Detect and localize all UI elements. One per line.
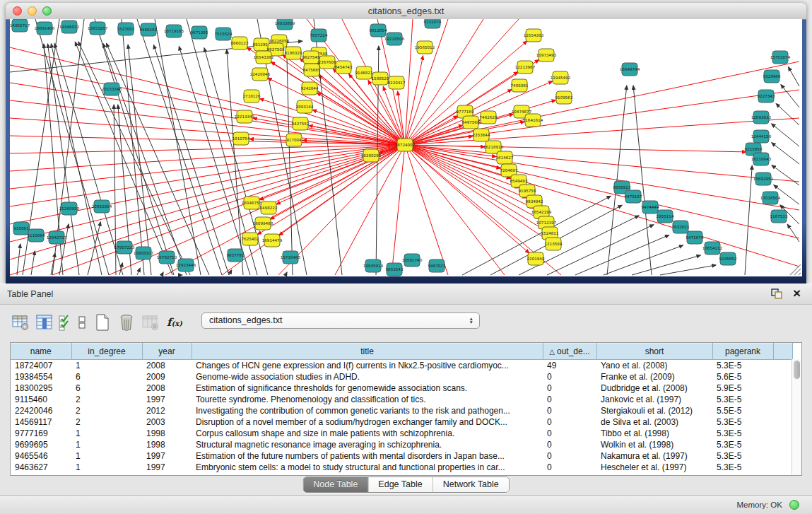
- network-node[interactable]: 2201948: [527, 252, 545, 265]
- table-row[interactable]: 969969511998Structural magnetic resonanc…: [11, 439, 792, 450]
- network-node[interactable]: 1167533: [770, 210, 788, 223]
- network-node[interactable]: 10973493: [536, 49, 557, 62]
- network-node[interactable]: 21260950: [59, 202, 80, 215]
- network-node[interactable]: 7625402: [242, 233, 259, 245]
- network-node[interactable]: 8427552: [292, 117, 310, 130]
- network-node[interactable]: 6479197: [625, 190, 642, 203]
- network-node[interactable]: 917004: [286, 134, 302, 146]
- network-node[interactable]: 12444158: [751, 130, 772, 143]
- network-node[interactable]: 10653287: [88, 22, 108, 35]
- network-node[interactable]: 10958107: [134, 247, 154, 259]
- network-node[interactable]: 19346022: [59, 21, 79, 33]
- network-node[interactable]: 16914479: [262, 234, 283, 247]
- select-columns-icon[interactable]: [57, 311, 73, 334]
- network-node[interactable]: 1614627: [496, 151, 514, 164]
- table-selector-dropdown[interactable]: citations_edges.txt ▲▼: [201, 313, 480, 329]
- network-node[interactable]: 16782753: [157, 251, 177, 264]
- network-node[interactable]: 9227343: [758, 90, 775, 103]
- column-header-pagerank[interactable]: pagerank: [712, 344, 773, 360]
- network-node[interactable]: 1527002: [117, 23, 135, 35]
- network-node[interactable]: 5498222: [260, 201, 278, 214]
- network-node[interactable]: 20153346: [102, 83, 122, 95]
- network-node[interactable]: 9857791: [227, 249, 245, 262]
- network-node[interactable]: 7857224: [310, 29, 328, 42]
- column-selector-icon[interactable]: [33, 311, 57, 334]
- table-row[interactable]: 946362711997Embryonic stem cells: a mode…: [11, 462, 792, 473]
- delete-icon[interactable]: [114, 311, 139, 334]
- network-node[interactable]: 11945492: [551, 71, 570, 84]
- network-node[interactable]: 9853543: [386, 263, 404, 276]
- network-node[interactable]: 2353644: [473, 129, 490, 141]
- network-node[interactable]: 12554393: [524, 29, 544, 42]
- network-node[interactable]: 16210643: [751, 153, 772, 165]
- network-node[interactable]: 16033809: [275, 19, 295, 30]
- network-node[interactable]: 15751074: [770, 51, 791, 64]
- network-node[interactable]: 8813054: [370, 24, 387, 37]
- network-node[interactable]: 17016504: [760, 192, 781, 204]
- network-node[interactable]: 9245652: [719, 252, 737, 265]
- network-node[interactable]: 2803144: [296, 100, 314, 113]
- network-node[interactable]: 18300295: [361, 149, 382, 162]
- table-row[interactable]: 911546021997Tourette syndrome. Phenomeno…: [11, 394, 792, 405]
- network-node[interactable]: 7515524: [215, 28, 233, 40]
- column-header-title[interactable]: title: [192, 344, 543, 360]
- network-node[interactable]: 12093832: [751, 111, 771, 124]
- network-node[interactable]: 14055717: [10, 19, 30, 32]
- tab-node-table[interactable]: Node Table: [303, 477, 368, 492]
- network-node[interactable]: 20955954: [92, 200, 112, 213]
- network-node[interactable]: 12213343: [235, 110, 255, 123]
- network-node[interactable]: 19218506: [384, 33, 405, 45]
- column-header-name[interactable]: name: [11, 344, 71, 360]
- network-node[interactable]: 8475685: [303, 64, 321, 76]
- resize-grip[interactable]: [790, 264, 801, 275]
- network-node[interactable]: 7485081: [511, 79, 529, 92]
- network-node[interactable]: 8860123: [231, 37, 249, 49]
- network-node[interactable]: 8186328: [285, 47, 302, 59]
- network-node[interactable]: 1115684: [28, 229, 45, 242]
- network-node[interactable]: 22420046: [250, 68, 271, 81]
- table-row[interactable]: 977716911998Corpus callosum shape and si…: [11, 428, 792, 439]
- table-settings-icon[interactable]: [8, 311, 33, 334]
- network-node[interactable]: 1588520: [372, 72, 389, 85]
- tab-network-table[interactable]: Network Table: [433, 477, 509, 492]
- network-node[interactable]: 11641614: [523, 114, 543, 127]
- node-table[interactable]: namein_degreeyeartitle△out_de...shortpag…: [10, 342, 802, 476]
- network-node[interactable]: 2955114: [657, 210, 674, 223]
- network-node[interactable]: 8220317: [388, 76, 406, 89]
- network-node[interactable]: 8471676: [686, 231, 704, 244]
- table-row[interactable]: 946554611997Estimation of the future num…: [11, 450, 792, 462]
- network-node[interactable]: 2367608: [319, 56, 336, 69]
- network-node[interactable]: 1810754: [233, 132, 250, 145]
- network-canvas[interactable]: 8860123891295418226058982750881863281654…: [10, 19, 802, 276]
- network-node[interactable]: 9146821: [355, 66, 373, 79]
- network-node[interactable]: 15716485: [281, 251, 301, 264]
- float-panel-icon[interactable]: [771, 288, 782, 299]
- hub-network-node[interactable]: 18724007: [395, 139, 416, 151]
- network-node[interactable]: 9242844: [301, 82, 319, 95]
- network-node[interactable]: 7632621: [672, 221, 690, 233]
- table-row[interactable]: 1872400712008Changes of HCN gene express…: [11, 360, 792, 371]
- network-node[interactable]: 19565012: [415, 41, 435, 54]
- network-node[interactable]: 16046755: [242, 197, 262, 209]
- network-node[interactable]: 8131074: [424, 19, 442, 28]
- network-node[interactable]: 9827548: [302, 51, 320, 64]
- network-node[interactable]: 9329966: [763, 70, 781, 83]
- network-node[interactable]: 7462620: [480, 111, 498, 124]
- table-row[interactable]: 1938455462009Genome-wide association stu…: [11, 371, 792, 382]
- column-header-short[interactable]: short: [596, 344, 712, 360]
- network-node[interactable]: 8454743: [335, 61, 353, 74]
- function-builder-icon[interactable]: f(x): [163, 311, 187, 334]
- network-node[interactable]: 1213584: [545, 238, 563, 250]
- network-node[interactable]: 16648784: [620, 63, 640, 76]
- network-node[interactable]: 9671385: [191, 26, 208, 39]
- column-header-year[interactable]: year: [142, 344, 192, 360]
- table-row[interactable]: 1456911722003Disruption of a novel membe…: [11, 416, 792, 428]
- network-node[interactable]: 17957223: [114, 241, 135, 254]
- tab-edge-table[interactable]: Edge Table: [368, 477, 433, 492]
- network-node[interactable]: 12213987: [515, 61, 536, 74]
- window-titlebar[interactable]: citations_edges.txt: [6, 3, 806, 20]
- row-height-icon[interactable]: [73, 311, 90, 334]
- network-node[interactable]: 19935914: [363, 259, 384, 272]
- network-node[interactable]: 9474444: [642, 201, 659, 214]
- network-node[interactable]: 2718126: [243, 90, 261, 103]
